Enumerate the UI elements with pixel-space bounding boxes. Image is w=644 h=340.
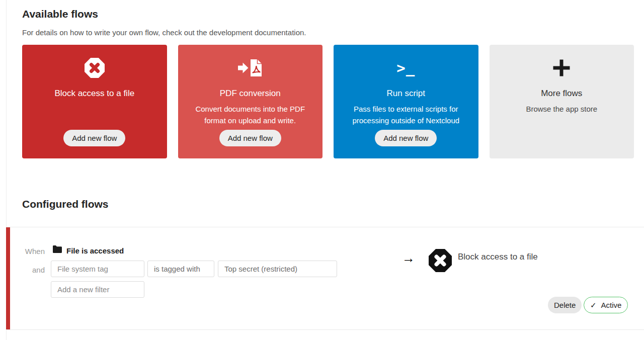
and-label: and [20,266,45,275]
flow-card-run-script: >_ Run script Pass files to external scr… [334,45,478,158]
available-flows-cards: Block access to a file Add new flow PDF … [22,45,634,158]
plus-icon [551,57,572,79]
divider [7,329,644,330]
active-toggle-button[interactable]: ✓ Active [584,297,628,313]
filter-type-input[interactable] [51,261,144,277]
active-button-label: Active [601,301,622,309]
when-label: When [20,247,45,256]
filter-value-field[interactable] [218,261,337,277]
flow-settings-content: Available flows For details on how to wr… [0,0,644,330]
add-new-flow-button[interactable]: Add new flow [375,130,437,146]
flow-card-block-access: Block access to a file Add new flow [22,45,167,158]
folder-icon [53,245,62,255]
flow-card-pdf-conversion: PDF conversion Convert documents into th… [178,45,323,158]
card-title: PDF conversion [220,88,281,99]
available-flows-subtitle: For details on how to write your own flo… [22,28,644,38]
pdf-conversion-icon [236,57,264,79]
flow-settings-page: Available flows For details on how to wr… [0,0,644,340]
arrow-right-icon: → [402,251,415,265]
card-description: Browse the app store [515,103,608,115]
trigger-event-label: File is accessed [66,246,124,256]
card-title: Run script [386,88,425,99]
card-description: Pass files to external scripts for proce… [334,103,478,126]
flow-card-more-flows[interactable]: More flows Browse the app store [490,45,634,158]
card-description: Convert documents into the PDF format on… [178,103,323,126]
terminal-icon: >_ [396,57,415,79]
card-title: Block access to a file [54,88,134,99]
available-flows-heading: Available flows [22,7,644,21]
operation-label: Block access to a file [458,251,538,262]
add-new-flow-button[interactable]: Add new flow [219,130,281,146]
filter-operator-field[interactable] [147,261,214,277]
configured-flow-row: When File is accessed and → Block access… [0,227,644,329]
add-filter-input[interactable] [51,281,144,298]
block-octagon-icon [85,57,105,79]
block-octagon-icon [429,249,452,274]
terminal-glyph: >_ [396,58,415,78]
check-icon: ✓ [590,301,597,310]
delete-button[interactable]: Delete [548,297,582,313]
configured-flows-heading: Configured flows [22,198,644,211]
add-new-flow-button[interactable]: Add new flow [63,130,125,146]
card-title: More flows [541,88,582,99]
flow-accent-bar [6,227,10,329]
